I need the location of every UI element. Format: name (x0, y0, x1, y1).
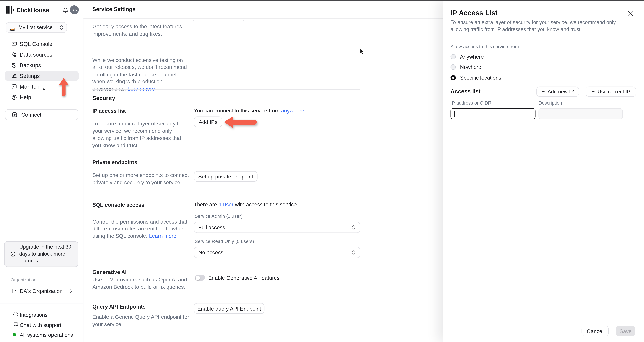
one-user-link[interactable]: 1 user (219, 201, 234, 207)
plus-icon: + (592, 89, 595, 95)
connect-button[interactable]: Connect (5, 109, 78, 120)
connect-icon (12, 112, 18, 118)
data-sources-icon (11, 51, 17, 58)
notifications-bell-icon[interactable] (62, 7, 69, 14)
backups-icon (11, 62, 17, 68)
settings-icon (11, 73, 17, 79)
generative-ai-toggle-label: Enable Generative AI features (208, 275, 280, 281)
upgrade-notice-card[interactable]: Upgrade in the next 30 days to unlock mo… (4, 241, 78, 267)
sidebar-item-backups[interactable]: Backups (0, 60, 83, 71)
sql-console-access-title: SQL console access (92, 202, 144, 208)
sql-console-access-description: Control the permissions and access that … (92, 211, 195, 239)
panel-description: To ensure an extra layer of security for… (451, 19, 636, 33)
sidebar: ClickHouse DA aws My first service + (0, 1, 83, 342)
private-endpoints-title: Private endpoints (92, 159, 137, 165)
building-icon (11, 288, 17, 294)
sidebar-item-help[interactable]: Help (0, 92, 83, 103)
sidebar-item-integrations[interactable]: Integrations (0, 310, 83, 320)
sidebar-nav: SQL Console Data sources (0, 38, 83, 103)
close-icon[interactable] (628, 11, 633, 16)
release-channel-paragraph-2: While we conduct extensive testing on al… (92, 49, 193, 92)
toggle-knob (195, 275, 200, 280)
learn-more-link[interactable]: Learn more (128, 86, 155, 92)
select-updown-icon (60, 25, 63, 30)
text-caret (454, 111, 455, 117)
add-service-button[interactable]: + (72, 23, 76, 32)
release-channel-paragraph-1: Get early access to the latest features,… (92, 23, 193, 37)
help-icon (11, 94, 17, 100)
generative-ai-toggle[interactable] (195, 275, 205, 281)
radio-anywhere[interactable]: Anywhere (451, 54, 484, 59)
chevron-right-icon (69, 289, 72, 294)
ip-access-list-title: IP access list (92, 108, 126, 114)
panel-divider (443, 37, 644, 37)
use-current-ip-button[interactable]: + Use current IP (586, 87, 636, 97)
radio-specific-locations[interactable]: Specific locations (451, 75, 501, 80)
brand-name: ClickHouse (16, 6, 49, 13)
security-section-title: Security (92, 95, 115, 101)
description-column-label: Description (538, 101, 562, 105)
organization-section-label: Organization (11, 277, 36, 282)
service-read-only-label: Service Read Only (0 users) (195, 239, 254, 244)
description-input[interactable] (538, 108, 623, 119)
save-button[interactable]: Save (616, 326, 636, 336)
user-avatar[interactable]: DA (70, 5, 79, 14)
ip-address-input[interactable] (451, 108, 536, 119)
add-new-ip-button[interactable]: + Add new IP (536, 87, 579, 97)
ip-column-label: IP address or CIDR (451, 101, 492, 105)
allow-access-label: Allow access to this service from (451, 44, 519, 49)
main-header (83, 1, 443, 19)
release-channel-select-cutoff[interactable] (193, 19, 244, 21)
radio-selected-icon (451, 75, 456, 80)
sidebar-item-system-status[interactable]: All systems operational (0, 330, 83, 340)
red-arrow-up-annotation (58, 78, 70, 97)
learn-more-link[interactable]: Learn more (149, 233, 176, 239)
aws-provider-icon: aws (10, 25, 16, 30)
add-ips-button[interactable]: Add IPs (194, 117, 222, 127)
sidebar-item-sql-console[interactable]: SQL Console (0, 38, 83, 49)
enable-query-api-button[interactable]: Enable query API Endpoint (194, 303, 264, 314)
sidebar-item-chat-support[interactable]: Chat with support (0, 320, 83, 330)
sql-console-icon (11, 41, 17, 47)
cancel-button[interactable]: Cancel (582, 326, 609, 336)
radio-nowhere[interactable]: Nowhere (451, 64, 482, 70)
service-admin-select[interactable]: Full access (194, 222, 360, 233)
mouse-cursor (360, 48, 365, 55)
service-admin-label: Service Admin (1 user) (195, 214, 242, 219)
upgrade-notice-text: Upgrade in the next 30 days to unlock mo… (19, 244, 71, 265)
ip-access-list-description: To ensure an extra layer of security for… (92, 120, 193, 149)
sql-console-access-summary: There are1 user with access to this serv… (194, 201, 298, 207)
radio-circle-icon (451, 54, 456, 59)
plus-icon: + (542, 89, 545, 95)
query-api-endpoints-title: Query API Endpoints (92, 304, 146, 310)
ip-access-connect-text: You can connect to this service fromanyw… (194, 108, 304, 114)
organization-name: DA's Organization (20, 288, 63, 294)
sidebar-item-settings[interactable]: Settings (0, 70, 83, 81)
anywhere-link[interactable]: anywhere (281, 108, 304, 114)
panel-title: IP Access List (451, 9, 498, 17)
page-title: Service Settings (92, 6, 136, 12)
countdown-clock-icon (10, 251, 16, 257)
service-selector[interactable]: aws My first service (6, 22, 67, 33)
sidebar-divider (0, 303, 83, 304)
sidebar-item-monitoring[interactable]: Monitoring (0, 81, 83, 92)
security-section-divider (92, 89, 360, 90)
generative-ai-description: Use LLM providers such as OpenAI and Ama… (92, 276, 195, 290)
radio-circle-icon (451, 64, 456, 69)
service-read-only-select[interactable]: No access (194, 247, 360, 258)
clickhouse-logo-icon (6, 6, 14, 13)
status-green-dot-icon (13, 333, 16, 337)
setup-private-endpoint-button[interactable]: Set up private endpoint (194, 171, 258, 182)
chat-bubble-icon (13, 322, 19, 328)
select-updown-icon (352, 250, 356, 255)
monitoring-icon (11, 83, 17, 90)
generative-ai-title: Generative AI (92, 269, 126, 275)
red-arrow-left-annotation (223, 116, 258, 130)
organization-row[interactable]: DA's Organization (0, 286, 83, 296)
sidebar-item-data-sources[interactable]: Data sources (0, 49, 83, 60)
clickhouse-app: ClickHouse DA aws My first service + (0, 0, 644, 342)
query-api-endpoints-description: Enable a Generic Query API endpoint for … (92, 313, 195, 328)
access-list-title: Access list (451, 88, 481, 95)
select-updown-icon (352, 225, 356, 230)
ip-access-list-panel: IP Access List To ensure an extra layer … (443, 1, 644, 342)
